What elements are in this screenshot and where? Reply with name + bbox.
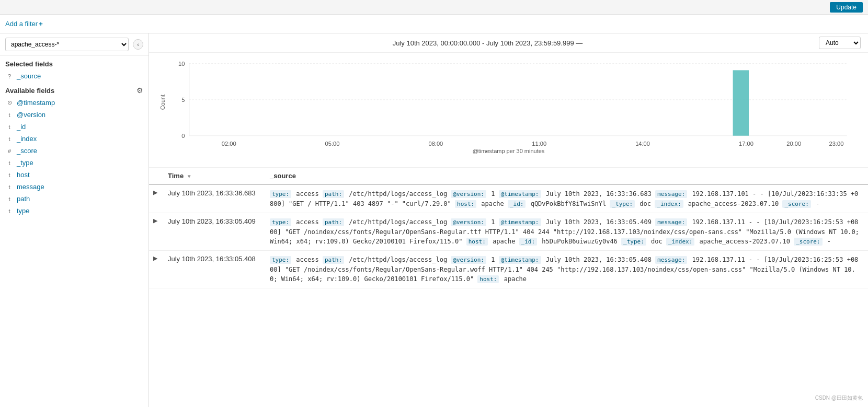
available-field-item: t_type bbox=[0, 157, 149, 169]
index-pattern-dropdown[interactable]: apache_access-* bbox=[5, 38, 129, 51]
update-button[interactable]: Update bbox=[830, 2, 863, 13]
field-key-tag: _type: bbox=[621, 238, 646, 246]
source-col-header: _source bbox=[264, 168, 868, 184]
chart-container: Count 10 5 0 02:00 05:00 bbox=[149, 53, 868, 168]
field-key-tag: host: bbox=[477, 275, 499, 283]
expand-row-button[interactable]: ▶ bbox=[149, 251, 162, 288]
x-axis-label: @timestamp per 30 minutes bbox=[159, 148, 858, 154]
sort-arrow-icon: ▼ bbox=[187, 173, 192, 179]
content-area: July 10th 2023, 00:00:00.000 - July 10th… bbox=[149, 33, 868, 407]
field-type-badge: t bbox=[5, 196, 14, 202]
chart-inner: Count 10 5 0 02:00 05:00 bbox=[159, 58, 858, 147]
histogram-chart: 10 5 0 02:00 05:00 08:00 11:00 14:00 17:… bbox=[168, 58, 858, 147]
available-field-item: t@version bbox=[0, 109, 149, 121]
time-cell: July 10th 2023, 16:33:36.683 bbox=[162, 184, 264, 213]
svg-text:10: 10 bbox=[178, 61, 185, 67]
add-filter-link[interactable]: Add a filter+ bbox=[5, 20, 43, 28]
field-key-tag: message: bbox=[655, 256, 687, 264]
field-key-tag: path: bbox=[323, 218, 344, 226]
source-cell: type: access path: /etc/httpd/logs/acces… bbox=[264, 184, 868, 213]
field-name-link[interactable]: _id bbox=[17, 123, 26, 131]
svg-text:5: 5 bbox=[181, 97, 185, 103]
svg-text:02:00: 02:00 bbox=[222, 141, 236, 147]
field-key-tag: _id: bbox=[519, 238, 538, 246]
y-axis-label: Count bbox=[159, 95, 166, 110]
available-fields-list: ⊙@timestampt@versiont_idt_index#_scoret_… bbox=[0, 97, 149, 217]
time-range-text: July 10th 2023, 00:00:00.000 - July 10th… bbox=[156, 39, 819, 47]
field-type-badge: t bbox=[5, 184, 14, 190]
field-name-link[interactable]: host bbox=[17, 171, 30, 179]
field-name-link[interactable]: @timestamp bbox=[17, 99, 55, 107]
field-name-link[interactable]: path bbox=[17, 195, 30, 203]
available-field-item: tmessage bbox=[0, 181, 149, 193]
table-row: ▶July 10th 2023, 16:33:05.408type: acces… bbox=[149, 251, 868, 288]
available-field-item: #_score bbox=[0, 145, 149, 157]
field-type-badge: t bbox=[5, 112, 14, 118]
field-key-tag: _type: bbox=[610, 200, 635, 208]
time-cell: July 10th 2023, 16:33:05.409 bbox=[162, 213, 264, 251]
field-type-badge: t bbox=[5, 160, 14, 166]
time-interval-dropdown[interactable]: Auto5s10s30s1m5m bbox=[819, 37, 861, 49]
table-row: ▶July 10th 2023, 16:33:05.409type: acces… bbox=[149, 213, 868, 251]
time-col-header[interactable]: Time ▼ bbox=[162, 168, 264, 184]
field-type-badge: t bbox=[5, 136, 14, 142]
expand-col-header bbox=[149, 168, 162, 184]
field-name-link[interactable]: @version bbox=[17, 111, 45, 119]
field-key-tag: @version: bbox=[451, 190, 486, 198]
field-key-tag: message: bbox=[655, 218, 687, 226]
field-key-tag: path: bbox=[323, 190, 344, 198]
field-key-tag: @timestamp: bbox=[499, 256, 541, 264]
filter-bar: Add a filter+ bbox=[0, 15, 868, 33]
svg-text:08:00: 08:00 bbox=[428, 141, 443, 147]
field-key-tag: message: bbox=[655, 190, 687, 198]
field-name-link[interactable]: _index bbox=[17, 135, 37, 143]
selected-field-item: ?_source bbox=[0, 70, 149, 82]
selected-fields-title: Selected fields bbox=[0, 56, 149, 70]
expand-row-button[interactable]: ▶ bbox=[149, 184, 162, 213]
expand-row-button[interactable]: ▶ bbox=[149, 213, 162, 251]
main-container: apache_access-* ‹ Selected fields ?_sour… bbox=[0, 33, 868, 407]
field-name-link[interactable]: message bbox=[17, 183, 44, 191]
source-cell: type: access path: /etc/httpd/logs/acces… bbox=[264, 251, 868, 288]
field-name-link[interactable]: _source bbox=[17, 72, 41, 80]
available-fields-header: Available fields ⚙ bbox=[0, 82, 149, 97]
available-field-item: tpath bbox=[0, 193, 149, 205]
field-key-tag: type: bbox=[270, 256, 291, 264]
field-name-link[interactable]: type bbox=[17, 207, 30, 215]
field-key-tag: host: bbox=[466, 238, 488, 246]
field-name-link[interactable]: _type bbox=[17, 159, 33, 167]
table-body: ▶July 10th 2023, 16:33:36.683type: acces… bbox=[149, 184, 868, 288]
svg-text:05:00: 05:00 bbox=[325, 141, 340, 147]
svg-text:17:00: 17:00 bbox=[739, 141, 753, 147]
field-key-tag: _index: bbox=[666, 238, 694, 246]
svg-text:11:00: 11:00 bbox=[532, 141, 546, 147]
gear-icon[interactable]: ⚙ bbox=[136, 86, 143, 95]
time-bar: July 10th 2023, 00:00:00.000 - July 10th… bbox=[149, 33, 868, 53]
field-key-tag: @timestamp: bbox=[499, 218, 541, 226]
field-type-badge: # bbox=[5, 148, 14, 154]
field-name-link[interactable]: _score bbox=[17, 147, 37, 155]
results-table: Time ▼ _source ▶July 10th 2023, 16:33:36… bbox=[149, 168, 868, 407]
svg-text:14:00: 14:00 bbox=[635, 141, 650, 147]
top-bar: Update bbox=[0, 0, 868, 15]
available-field-item: ⊙@timestamp bbox=[0, 97, 149, 109]
field-key-tag: @version: bbox=[451, 256, 486, 264]
collapse-sidebar-button[interactable]: ‹ bbox=[133, 39, 143, 50]
field-key-tag: _id: bbox=[508, 200, 526, 208]
svg-rect-15 bbox=[733, 70, 749, 135]
svg-text:0: 0 bbox=[181, 133, 185, 139]
index-select-row: apache_access-* ‹ bbox=[0, 33, 149, 56]
svg-text:23:00: 23:00 bbox=[829, 141, 843, 147]
selected-fields-list: ?_source bbox=[0, 70, 149, 82]
available-field-item: thost bbox=[0, 169, 149, 181]
field-type-badge: t bbox=[5, 124, 14, 130]
available-field-item: t_id bbox=[0, 121, 149, 133]
field-type-badge: t bbox=[5, 208, 14, 214]
watermark: CSDN @田田如黄包 bbox=[815, 394, 863, 402]
field-key-tag: path: bbox=[323, 256, 344, 264]
field-key-tag: _index: bbox=[655, 200, 683, 208]
table-header-row: Time ▼ _source bbox=[149, 168, 868, 184]
table-row: ▶July 10th 2023, 16:33:36.683type: acces… bbox=[149, 184, 868, 213]
field-key-tag: type: bbox=[270, 190, 291, 198]
field-key-tag: _score: bbox=[794, 238, 822, 246]
